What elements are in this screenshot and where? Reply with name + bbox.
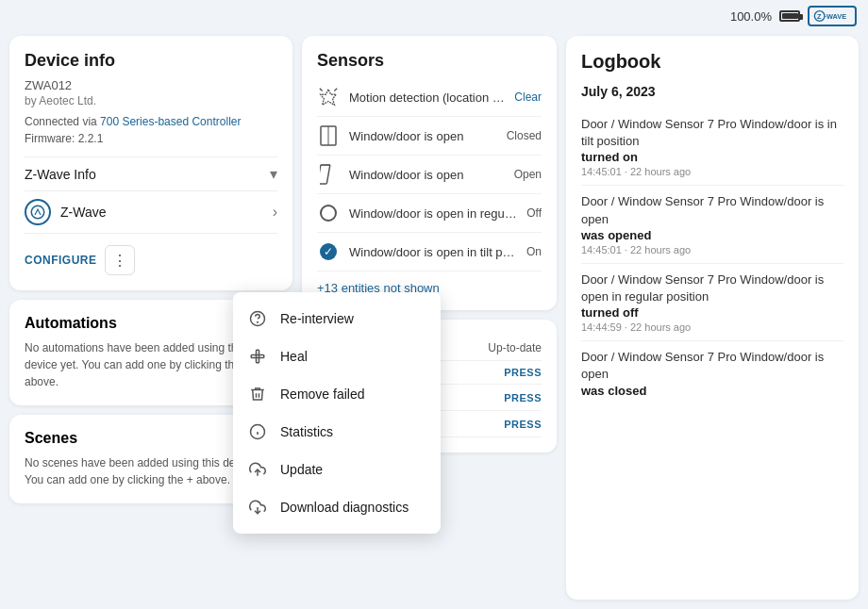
svg-rect-13 [257,350,259,363]
heal-icon [248,347,267,366]
context-menu-item-statistics[interactable]: Statistics [233,413,441,451]
upload-icon [248,460,267,479]
remove-failed-label: Remove failed [280,387,365,402]
question-icon [248,309,267,328]
svg-rect-12 [251,355,264,358]
download-icon [248,498,267,517]
download-diagnostics-label: Download diagnostics [280,500,409,515]
update-label: Update [280,462,323,477]
context-menu-item-reinterview[interactable]: Re-interview [233,300,441,337]
heal-label: Heal [280,349,308,364]
svg-point-11 [258,321,259,322]
context-menu-item-update[interactable]: Update [233,451,441,488]
statistics-label: Statistics [280,424,333,439]
context-menu-item-download-diagnostics[interactable]: Download diagnostics [233,488,441,526]
context-menu-item-heal[interactable]: Heal [233,337,441,375]
context-menu-item-remove-failed[interactable]: Remove failed [233,375,441,413]
info-icon [248,422,267,441]
context-menu: Re-interview Heal Remove failed [233,292,441,534]
trash-icon [248,385,267,403]
reinterview-label: Re-interview [280,311,354,326]
